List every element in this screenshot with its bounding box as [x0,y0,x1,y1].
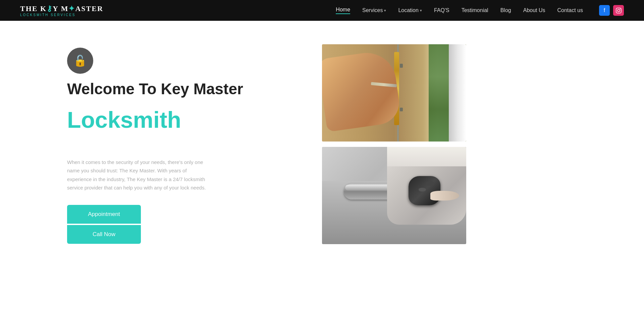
description-text: When it comes to the security of your ne… [67,158,211,192]
nav-link-home[interactable]: Home [336,7,350,14]
nav-link-location[interactable]: Location ▾ [398,7,422,13]
nav-link-testimonial[interactable]: Testimonial [462,7,488,13]
car-key-image [322,147,466,244]
image-scene-2 [322,147,466,244]
nav-item-testimonial[interactable]: Testimonial [462,7,488,13]
shirt-cuff [387,147,467,166]
logo-star-icon: ✦ [68,4,75,13]
locksmith-door-image [322,44,466,142]
nav-item-about[interactable]: About Us [523,7,545,13]
hinge-top [400,64,403,68]
nav-link-services[interactable]: Services ▾ [362,7,386,13]
nav-item-contact[interactable]: Contact us [557,7,583,13]
locksmith-label: Locksmith [67,108,302,131]
fob-btn-1 [426,181,435,186]
nav-item-blog[interactable]: Blog [500,7,511,13]
main-content: 🔓 Welcome To Key Master Locksmith When i… [0,21,644,333]
logo-title: THE K⚷Y M✦ASTER [20,4,103,13]
instagram-icon[interactable] [613,5,624,16]
nav-link-contact[interactable]: Contact us [557,7,583,13]
nav-link-faqs[interactable]: FAQ'S [434,7,449,13]
logo-subtitle: LOCKSMITH SERVICES [20,13,76,17]
nav-links: Home Services ▾ Location ▾ FAQ'S Testimo… [336,7,583,14]
logo-key-icon: ⚷ [47,4,53,13]
hinge-bottom [400,108,403,112]
nav-item-home[interactable]: Home [336,7,350,14]
white-frame [449,44,466,142]
image-scene-1 [322,44,466,142]
right-section [322,41,466,333]
nav-item-faqs[interactable]: FAQ'S [434,7,449,13]
nav-link-about[interactable]: About Us [523,7,545,13]
social-icons: f [599,5,624,16]
nav-link-blog[interactable]: Blog [500,7,511,13]
cta-buttons: Appointment Call Now [67,205,141,244]
chevron-down-icon: ▾ [420,8,422,13]
chevron-down-icon: ▾ [384,8,386,13]
facebook-icon[interactable]: f [599,5,610,16]
fob-btn-2 [419,188,426,192]
welcome-title: Welcome To Key Master [67,80,302,98]
appointment-button[interactable]: Appointment [67,205,141,224]
logo[interactable]: THE K⚷Y M✦ASTER LOCKSMITH SERVICES [20,4,103,17]
nav-item-location[interactable]: Location ▾ [398,7,422,13]
callnow-button[interactable]: Call Now [67,225,141,244]
nav-item-services[interactable]: Services ▾ [362,7,386,13]
unlock-glyph: 🔓 [73,54,87,67]
fingers [430,191,459,201]
left-section: 🔓 Welcome To Key Master Locksmith When i… [67,41,302,333]
navbar: THE K⚷Y M✦ASTER LOCKSMITH SERVICES Home … [0,0,644,21]
lock-icon-circle: 🔓 [67,48,93,74]
